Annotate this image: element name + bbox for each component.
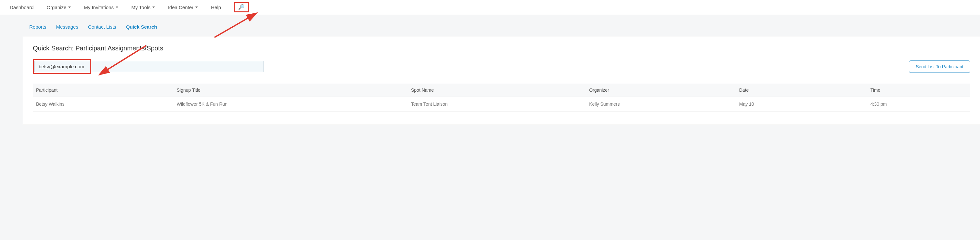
- nav-help[interactable]: Help: [211, 5, 221, 10]
- nav-dashboard[interactable]: Dashboard: [10, 5, 33, 10]
- nav-tools-label: My Tools: [131, 5, 150, 10]
- tab-quicksearch[interactable]: Quick Search: [126, 24, 157, 30]
- col-title: Signup Title: [173, 83, 408, 97]
- search-icon[interactable]: 🔍: [238, 4, 245, 10]
- table-row[interactable]: Betsy Walkins Wildflower 5K & Fun Run Te…: [33, 97, 970, 112]
- cell-time: 4:30 pm: [867, 97, 970, 112]
- cell-participant: Betsy Walkins: [33, 97, 173, 112]
- col-organizer: Organizer: [586, 83, 736, 97]
- send-list-button[interactable]: Send List To Participant: [909, 61, 970, 73]
- nav-help-label: Help: [211, 5, 221, 10]
- chevron-down-icon: [68, 6, 71, 8]
- nav-tools[interactable]: My Tools: [131, 5, 155, 10]
- col-participant: Participant: [33, 83, 173, 97]
- search-input-extended[interactable]: [91, 61, 264, 72]
- chevron-down-icon: [153, 6, 155, 8]
- search-icon-highlight: 🔍: [234, 2, 249, 12]
- tab-contacts[interactable]: Contact Lists: [88, 24, 116, 30]
- search-input[interactable]: [35, 61, 90, 72]
- cell-date: May 10: [736, 97, 867, 112]
- col-spot: Spot Name: [408, 83, 586, 97]
- tab-messages[interactable]: Messages: [56, 24, 78, 30]
- col-time: Time: [867, 83, 970, 97]
- nav-organize[interactable]: Organize: [46, 5, 71, 10]
- nav-ideas[interactable]: Idea Center: [168, 5, 198, 10]
- search-input-highlight: [33, 59, 91, 74]
- chevron-down-icon: [116, 6, 118, 8]
- nav-organize-label: Organize: [46, 5, 66, 10]
- nav-dashboard-label: Dashboard: [10, 5, 33, 10]
- search-input-highlight-wrap: [33, 59, 264, 74]
- top-navigation: Dashboard Organize My Invitations My Too…: [0, 0, 980, 15]
- col-date: Date: [736, 83, 867, 97]
- nav-invitations-label: My Invitations: [84, 5, 114, 10]
- cell-spot: Team Tent Liaison: [408, 97, 586, 112]
- search-row: Send List To Participant: [33, 59, 970, 74]
- page-title: Quick Search: Participant Assignments/Sp…: [33, 45, 970, 52]
- table-header-row: Participant Signup Title Spot Name Organ…: [33, 83, 970, 97]
- cell-title: Wildflower 5K & Fun Run: [173, 97, 408, 112]
- chevron-down-icon: [195, 6, 198, 8]
- cell-organizer: Kelly Summers: [586, 97, 736, 112]
- sub-navigation: Reports Messages Contact Lists Quick Sea…: [0, 15, 980, 36]
- results-table: Participant Signup Title Spot Name Organ…: [33, 83, 970, 112]
- quick-search-card: Quick Search: Participant Assignments/Sp…: [23, 36, 980, 125]
- nav-invitations[interactable]: My Invitations: [84, 5, 118, 10]
- nav-ideas-label: Idea Center: [168, 5, 193, 10]
- tab-reports[interactable]: Reports: [29, 24, 46, 30]
